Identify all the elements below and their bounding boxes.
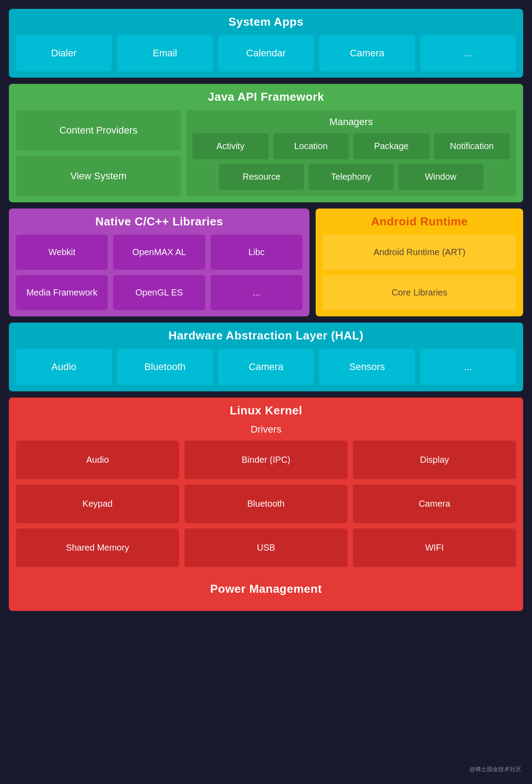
native-grid: Webkit OpenMAX AL Libc Media Framework O… bbox=[16, 235, 302, 310]
java-api-content: Content Providers View System Managers A… bbox=[16, 110, 516, 196]
drivers-row3: Shared Memory USB WIFI bbox=[16, 528, 516, 567]
native-webkit: Webkit bbox=[16, 235, 108, 270]
driver-wifi: WIFI bbox=[353, 528, 516, 567]
drivers-row2: Keypad Bluetooth Camera bbox=[16, 485, 516, 523]
linux-kernel-layer: Linux Kernel Drivers Audio Binder (IPC) … bbox=[9, 398, 523, 611]
native-more: ... bbox=[211, 275, 302, 310]
app-calendar: Calendar bbox=[218, 35, 314, 71]
driver-keypad: Keypad bbox=[16, 485, 179, 523]
app-camera: Camera bbox=[319, 35, 415, 71]
driver-camera: Camera bbox=[353, 485, 516, 523]
native-cpp-title: Native C/C++ Libraries bbox=[16, 215, 302, 229]
watermark: @稀土掘金技术社区 bbox=[469, 765, 521, 773]
manager-location: Location bbox=[273, 133, 349, 159]
system-apps-layer: System Apps Dialer Email Calendar Camera… bbox=[9, 9, 523, 78]
hal-more: ... bbox=[420, 349, 516, 385]
runtime-art: Android Runtime (ART) bbox=[323, 235, 516, 270]
system-apps-title: System Apps bbox=[16, 15, 516, 29]
middle-row: Native C/C++ Libraries Webkit OpenMAX AL… bbox=[9, 209, 523, 316]
manager-package: Package bbox=[353, 133, 430, 159]
android-runtime-layer: Android Runtime Android Runtime (ART) Co… bbox=[316, 209, 523, 316]
driver-bluetooth: Bluetooth bbox=[184, 485, 348, 523]
java-api-layer: Java API Framework Content Providers Vie… bbox=[9, 84, 523, 202]
system-apps-grid: Dialer Email Calendar Camera ... bbox=[16, 35, 516, 71]
managers-row2: Resource Telephony Window bbox=[192, 164, 510, 190]
native-cpp-layer: Native C/C++ Libraries Webkit OpenMAX AL… bbox=[9, 209, 309, 316]
hal-audio: Audio bbox=[16, 349, 112, 385]
hal-layer: Hardware Abstraction Layer (HAL) Audio B… bbox=[9, 323, 523, 391]
view-system-box: View System bbox=[16, 156, 181, 196]
drivers-row1: Audio Binder (IPC) Display bbox=[16, 441, 516, 479]
app-email: Email bbox=[117, 35, 213, 71]
driver-display: Display bbox=[353, 441, 516, 479]
native-openmax: OpenMAX AL bbox=[113, 235, 205, 270]
manager-window: Window bbox=[398, 164, 483, 190]
native-libc: Libc bbox=[211, 235, 302, 270]
hal-camera: Camera bbox=[218, 349, 314, 385]
hal-bluetooth: Bluetooth bbox=[117, 349, 213, 385]
manager-telephony: Telephony bbox=[309, 164, 394, 190]
managers-title: Managers bbox=[192, 116, 510, 128]
manager-resource: Resource bbox=[219, 164, 304, 190]
manager-notification: Notification bbox=[434, 133, 510, 159]
native-media-framework: Media Framework bbox=[16, 275, 108, 310]
driver-shared-memory: Shared Memory bbox=[16, 528, 179, 567]
android-runtime-title: Android Runtime bbox=[323, 215, 516, 229]
content-providers-box: Content Providers bbox=[16, 110, 181, 150]
power-management-title: Power Management bbox=[25, 582, 507, 596]
managers-container: Managers Activity Location Package Notif… bbox=[186, 110, 516, 196]
hal-title: Hardware Abstraction Layer (HAL) bbox=[16, 329, 516, 343]
runtime-grid: Android Runtime (ART) Core Libraries bbox=[323, 235, 516, 310]
java-api-title: Java API Framework bbox=[16, 90, 516, 104]
drivers-label: Drivers bbox=[16, 424, 516, 435]
app-dialer: Dialer bbox=[16, 35, 112, 71]
driver-audio: Audio bbox=[16, 441, 179, 479]
app-more: ... bbox=[420, 35, 516, 71]
power-management-layer: Power Management bbox=[16, 573, 516, 605]
java-left: Content Providers View System bbox=[16, 110, 181, 196]
hal-grid: Audio Bluetooth Camera Sensors ... bbox=[16, 349, 516, 385]
managers-row1: Activity Location Package Notification bbox=[192, 133, 510, 159]
driver-usb: USB bbox=[184, 528, 348, 567]
driver-binder: Binder (IPC) bbox=[184, 441, 348, 479]
linux-kernel-title: Linux Kernel bbox=[16, 404, 516, 418]
manager-activity: Activity bbox=[192, 133, 269, 159]
runtime-core-libraries: Core Libraries bbox=[323, 275, 516, 310]
hal-sensors: Sensors bbox=[319, 349, 415, 385]
native-opengl: OpenGL ES bbox=[113, 275, 205, 310]
